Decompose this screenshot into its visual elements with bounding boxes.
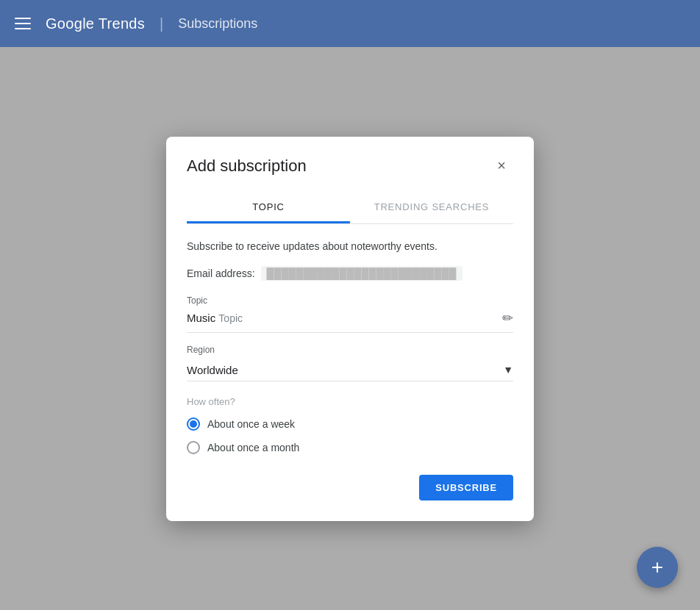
topic-row: Music Topic ✏ (187, 310, 513, 333)
close-button[interactable]: × (490, 154, 513, 178)
modal-overlay: Add subscription × TOPIC TRENDING SEARCH… (0, 47, 700, 610)
frequency-option-monthly[interactable]: About once a month (187, 441, 513, 454)
topic-type: Topic (218, 312, 243, 324)
how-often-label: How often? (187, 396, 513, 407)
email-value: ██████████████████████████ (261, 266, 463, 281)
radio-monthly[interactable] (187, 441, 200, 454)
region-field-label: Region (187, 345, 513, 355)
frequency-weekly-label: About once a week (207, 418, 295, 430)
region-container: Region Worldwide ▼ (187, 345, 513, 381)
frequency-monthly-label: About once a month (207, 442, 299, 453)
radio-weekly[interactable] (187, 417, 200, 431)
description-text: Subscribe to receive updates about notew… (187, 239, 513, 254)
topic-field-label: Topic (187, 295, 513, 306)
menu-icon[interactable] (12, 15, 34, 32)
fab-add-button[interactable]: + (637, 547, 678, 588)
header-divider: | (160, 15, 163, 32)
region-select[interactable]: Worldwide ▼ (187, 359, 513, 381)
dropdown-arrow-icon: ▼ (503, 364, 513, 376)
region-value: Worldwide (187, 364, 238, 376)
app-header: Google Trends | Subscriptions (0, 0, 700, 47)
edit-topic-icon[interactable]: ✏ (502, 310, 513, 326)
add-subscription-modal: Add subscription × TOPIC TRENDING SEARCH… (166, 137, 534, 521)
topic-value: Music Topic (187, 312, 243, 324)
modal-footer: SUBSCRIBE (187, 475, 513, 500)
frequency-radio-group: About once a week About once a month (187, 417, 513, 454)
subscribe-button[interactable]: SUBSCRIBE (419, 475, 513, 500)
frequency-option-weekly[interactable]: About once a week (187, 417, 513, 431)
email-row: Email address: █████████████████████████… (187, 266, 513, 281)
topic-name: Music (187, 312, 215, 324)
app-title: Google Trends (46, 15, 145, 32)
page-title: Subscriptions (178, 16, 257, 32)
tabs-container: TOPIC TRENDING SEARCHES (187, 193, 513, 224)
modal-header: Add subscription × (187, 154, 513, 178)
tab-trending-searches[interactable]: TRENDING SEARCHES (350, 193, 513, 223)
tab-topic[interactable]: TOPIC (187, 193, 350, 223)
modal-title: Add subscription (187, 157, 307, 176)
email-label: Email address: (187, 268, 255, 279)
